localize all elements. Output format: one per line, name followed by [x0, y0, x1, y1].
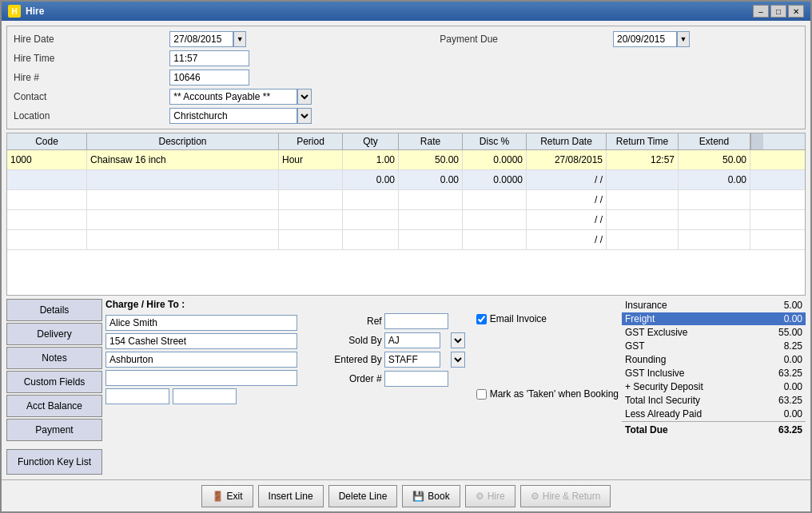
payment-button[interactable]: Payment: [6, 419, 102, 441]
hire-num-input[interactable]: [169, 70, 249, 86]
gst-exclusive-label: GST Exclusive: [625, 327, 687, 338]
cell-code: [7, 210, 87, 229]
delete-line-button[interactable]: Delete Line: [328, 485, 398, 507]
cell-extend: [679, 190, 750, 209]
charge-line4[interactable]: [105, 370, 297, 386]
location-dropdown[interactable]: [297, 108, 312, 124]
hire-date-input[interactable]: [169, 31, 233, 47]
sold-by-input[interactable]: [384, 332, 440, 348]
table-row[interactable]: / /: [7, 210, 805, 230]
ref-label: Ref: [326, 316, 382, 327]
entered-by-label: Entered By: [326, 354, 382, 365]
maximize-button[interactable]: □: [770, 5, 786, 18]
email-invoice-checkbox[interactable]: [476, 314, 487, 324]
gst-exclusive-value: 55.00: [754, 327, 802, 338]
gst-inclusive-label: GST Inclusive: [625, 368, 684, 379]
col-return-date: Return Date: [527, 133, 607, 149]
delete-line-label: Delete Line: [339, 491, 388, 502]
charge-region[interactable]: [173, 388, 237, 404]
hire-num-label: Hire #: [14, 72, 163, 83]
main-window: H Hire – □ ✕ Hire Date ▼ Payment Due ▼ H…: [0, 0, 812, 513]
custom-fields-button[interactable]: Custom Fields: [6, 371, 102, 393]
entered-by-dropdown[interactable]: [451, 352, 465, 368]
col-code: Code: [7, 133, 87, 149]
close-button[interactable]: ✕: [788, 5, 804, 18]
email-mark-section: Email Invoice Mark as 'Taken' when Booki…: [476, 313, 619, 475]
cell-rate: [399, 230, 463, 249]
table-row[interactable]: / /: [7, 230, 805, 250]
payment-due-input[interactable]: [613, 31, 677, 47]
contact-field[interactable]: [169, 89, 420, 105]
location-field[interactable]: [169, 108, 420, 124]
location-label: Location: [14, 110, 163, 121]
order-input[interactable]: [384, 371, 448, 387]
cell-code: [7, 170, 87, 189]
less-already-paid-value: 0.00: [754, 408, 802, 420]
insert-line-label: Insert Line: [269, 491, 313, 502]
cell-period: [279, 210, 343, 229]
col-qty: Qty: [343, 133, 399, 149]
payment-due-label: Payment Due: [440, 34, 607, 45]
hire-return-button[interactable]: ⚙ Hire & Return: [520, 485, 611, 507]
notes-button[interactable]: Notes: [6, 347, 102, 369]
charge-line2[interactable]: [105, 333, 297, 349]
contact-input[interactable]: [169, 89, 297, 105]
cell-description: [87, 190, 279, 209]
hire-return-icon: ⚙: [531, 491, 539, 502]
minimize-button[interactable]: –: [753, 5, 769, 18]
order-label: Order #: [326, 373, 382, 384]
exit-button[interactable]: 🚪 Exit: [201, 485, 253, 507]
gst-row: GST 8.25: [622, 340, 806, 352]
sold-by-label: Sold By: [326, 335, 382, 346]
charge-line1[interactable]: [105, 315, 297, 331]
insert-line-button[interactable]: Insert Line: [258, 485, 324, 507]
table-row[interactable]: 1000 Chainsaw 16 inch Hour 1.00 50.00 0.…: [7, 150, 805, 170]
address-fields: [105, 315, 323, 404]
cell-disc: 0.0000: [463, 150, 527, 169]
exit-label: Exit: [227, 491, 243, 502]
bottom-section: Details Delivery Notes Custom Fields Acc…: [6, 299, 806, 475]
mark-taken-row: Mark as 'Taken' when Booking: [476, 388, 619, 400]
hire-date-picker[interactable]: ▼: [233, 31, 246, 47]
cell-return-date: / /: [527, 190, 607, 209]
book-button[interactable]: 💾 Book: [402, 485, 460, 507]
grid-body: 1000 Chainsaw 16 inch Hour 1.00 50.00 0.…: [7, 150, 805, 295]
location-input[interactable]: [169, 108, 297, 124]
gst-exclusive-row: GST Exclusive 55.00: [622, 326, 806, 339]
col-period: Period: [279, 133, 343, 149]
hire-button[interactable]: ⚙ Hire: [465, 485, 515, 507]
details-button[interactable]: Details: [6, 299, 102, 321]
cell-qty: [343, 230, 399, 249]
hire-time-input[interactable]: [169, 50, 249, 66]
cell-rate: 0.00: [399, 170, 463, 189]
payment-due-field[interactable]: ▼: [613, 31, 798, 47]
cell-qty: [343, 190, 399, 209]
cell-return-time: [607, 190, 679, 209]
entered-by-input[interactable]: [384, 352, 440, 368]
contact-dropdown[interactable]: [297, 89, 312, 105]
hire-date-field[interactable]: ▼: [169, 31, 420, 47]
left-sidebar: Details Delivery Notes Custom Fields Acc…: [6, 299, 102, 475]
mark-taken-label: Mark as 'Taken' when Booking: [490, 388, 619, 400]
mark-taken-checkbox[interactable]: [476, 389, 487, 400]
acct-balance-button[interactable]: Acct Balance: [6, 395, 102, 417]
cell-rate: 50.00: [399, 150, 463, 169]
col-disc: Disc %: [463, 133, 527, 149]
cell-qty: 1.00: [343, 150, 399, 169]
cell-disc: [463, 210, 527, 229]
function-key-list-button[interactable]: Function Key List: [6, 449, 102, 475]
delivery-button[interactable]: Delivery: [6, 323, 102, 345]
table-row[interactable]: / /: [7, 190, 805, 210]
sold-by-dropdown[interactable]: [451, 332, 465, 348]
charge-postcode[interactable]: [105, 388, 169, 404]
cell-extend: [679, 230, 750, 249]
security-deposit-value: 0.00: [754, 381, 802, 392]
hire-icon: ⚙: [476, 491, 484, 502]
freight-label: Freight: [625, 313, 655, 324]
charge-line3[interactable]: [105, 352, 297, 368]
ref-input[interactable]: [384, 313, 448, 329]
cell-qty: [343, 210, 399, 229]
payment-due-picker[interactable]: ▼: [677, 31, 690, 47]
table-row[interactable]: 0.00 0.00 0.0000 / / 0.00: [7, 170, 805, 190]
security-deposit-row: + Security Deposit 0.00: [622, 380, 806, 393]
